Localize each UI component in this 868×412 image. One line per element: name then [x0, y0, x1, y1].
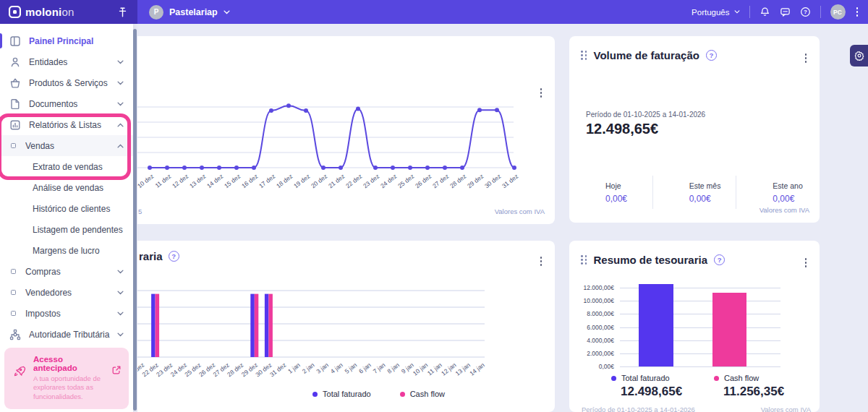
svg-text:?: ? [804, 9, 807, 15]
legend-dot-icon [312, 392, 318, 397]
stat-label: Este ano [773, 181, 820, 190]
svg-text:8 jan: 8 jan [386, 361, 401, 375]
sidebar-item-vendedores[interactable]: Vendedores [0, 282, 133, 303]
topbar-divider [820, 6, 821, 18]
svg-text:12 jan: 12 jan [440, 361, 458, 377]
help-icon[interactable]: ? [800, 7, 811, 17]
y-axis-tick-label: 2.000,00€ [569, 350, 614, 357]
basket-icon [9, 77, 22, 89]
sidebar-item-entidades[interactable]: Entidades [0, 51, 133, 72]
y-axis-tick-label: 10.000,00€ [569, 297, 614, 304]
sidebar-item-listagem-de-pendentes[interactable]: Listagem de pendentes [0, 219, 133, 240]
stat-this-month: Este mês 0,00€ [652, 176, 736, 209]
card-options-kebab-icon[interactable] [804, 52, 809, 64]
chevron-down-icon [117, 60, 124, 64]
summary-footer-clipped: Período de 01-10-2025 a 14-01-2026 Valor… [582, 405, 811, 412]
chevron-up-icon [117, 144, 124, 148]
summary-bar-cash-flow[interactable] [712, 293, 746, 366]
card-options-kebab-icon[interactable] [804, 257, 809, 269]
svg-text:11 dez: 11 dez [153, 173, 172, 189]
svg-text:22 dez: 22 dez [344, 173, 363, 190]
svg-text:12 dez: 12 dez [171, 173, 190, 190]
early-access-banner[interactable]: Acesso antecipado A tua oportunidade de … [4, 348, 129, 409]
external-link-icon[interactable] [111, 365, 122, 375]
help-circle-icon[interactable]: ? [169, 251, 179, 262]
svg-text:29 dez: 29 dez [466, 173, 485, 190]
help-circle-icon[interactable]: ? [706, 50, 717, 61]
stat-this-year: Este ano 0,00€ [736, 176, 820, 209]
total-faturado-value: 12.498,65€ [621, 385, 682, 399]
chevron-down-icon [117, 312, 124, 316]
user-avatar[interactable]: PC [830, 4, 846, 20]
svg-text:7 jan: 7 jan [372, 361, 387, 375]
sidebar-item-analise-de-vendas[interactable]: Análise de vendas [0, 177, 133, 198]
period-text: Período de 01-10-2025 a 14-01-2026 [582, 405, 695, 412]
svg-text:16 dez: 16 dez [240, 173, 259, 190]
square-bullet-icon [11, 290, 16, 295]
sidebar-item-documentos[interactable]: Documentos [0, 93, 133, 114]
svg-text:24 dez: 24 dez [379, 173, 398, 190]
billing-period: Período de 01-10-2025 a 14-01-2026 [586, 111, 705, 119]
stat-value: 0,00€ [689, 194, 736, 204]
card-options-kebab-icon[interactable] [539, 255, 544, 267]
svg-text:21 dez: 21 dez [327, 173, 346, 190]
svg-text:10 dez: 10 dez [137, 173, 155, 190]
billing-volume-card: Volume de faturação ? Período de 01-10-2… [569, 36, 820, 223]
billing-total: 12.498,65€ [586, 121, 658, 137]
notifications-bell-icon[interactable] [760, 7, 770, 17]
active-indicator [0, 33, 2, 48]
chevron-down-icon [117, 270, 124, 274]
svg-text:1 jan: 1 jan [286, 361, 302, 375]
sidebar-item-relatorios-listas[interactable]: Relatórios & Listas [0, 114, 133, 135]
y-axis-tick-label: 8.000,00€ [569, 310, 614, 317]
svg-text:10 jan: 10 jan [412, 361, 430, 377]
sidebar-item-produtos-servicos[interactable]: Produtos & Serviços [0, 72, 133, 93]
language-selector[interactable]: Português [692, 8, 739, 17]
sidebar-item-autoridade-tributaria[interactable]: Autoridade Tributária [0, 324, 133, 345]
company-switcher[interactable]: P Pastelariap [149, 5, 230, 20]
sidebar-item-vendas[interactable]: Vendas [0, 135, 133, 156]
legend-total-faturado[interactable]: Total faturado 12.498,65€ [611, 374, 682, 399]
stat-value: 0,00€ [773, 194, 820, 204]
sidebar-item-label: Margens de lucro [33, 246, 124, 256]
pin-sidebar-icon[interactable] [118, 7, 127, 17]
legend-dot-icon [611, 376, 616, 381]
topbar-divider [749, 6, 750, 18]
chat-icon[interactable] [780, 7, 791, 17]
legend-cash-flow[interactable]: Cash flow [400, 390, 445, 398]
square-bullet-icon [11, 269, 16, 274]
user-menu-kebab-icon[interactable] [855, 6, 860, 18]
sales-line-chart: 10 dez11 dez12 dez13 dez14 dez15 dez16 d… [137, 69, 555, 206]
legend-cash-flow[interactable]: Cash flow 11.256,35€ [714, 374, 784, 399]
sidebar-item-painel-principal[interactable]: Painel Principal [0, 30, 133, 51]
sidebar-item-margens-de-lucro[interactable]: Margens de lucro [0, 240, 133, 261]
svg-text:27 dez: 27 dez [431, 173, 450, 190]
square-bullet-icon [11, 143, 16, 148]
sidebar-item-compras[interactable]: Compras [0, 261, 133, 282]
promo-body: A tua oportunidade de explorares todas a… [33, 374, 107, 402]
legend-total-faturado[interactable]: Total faturado [312, 390, 371, 398]
sidebar-item-extrato-de-vendas[interactable]: Extrato de vendas [0, 156, 133, 177]
sidebar-item-label: Autoridade Tributária [29, 330, 117, 340]
svg-text:31 dez: 31 dez [501, 173, 519, 190]
sidebar-item-label: Compras [25, 267, 117, 277]
svg-text:18 dez: 18 dez [275, 173, 294, 190]
sidebar: Painel PrincipalEntidadesProdutos & Serv… [0, 24, 133, 412]
sidebar-item-label: Impostos [25, 309, 117, 319]
sidebar-item-impostos[interactable]: Impostos [0, 303, 133, 324]
summary-bar-total-faturado[interactable] [639, 284, 673, 366]
legend-dot-icon [714, 376, 719, 381]
y-axis-tick-label: 12.000,00€ [569, 284, 614, 291]
logo-text: molonion [25, 7, 74, 17]
help-circle-icon[interactable]: ? [714, 254, 725, 265]
sidebar-item-historico-de-clientes[interactable]: Histórico de clientes [0, 198, 133, 219]
drag-handle-icon[interactable] [581, 255, 587, 265]
svg-text:5 jan: 5 jan [344, 361, 359, 375]
drag-handle-icon[interactable] [581, 51, 587, 60]
dashboard-settings-tab[interactable] [850, 45, 868, 66]
card-title-partial: raria [139, 250, 163, 262]
org-icon [9, 329, 22, 340]
treasury-flow-card: raria ? 21 dez22 dez23 dez24 dez25 dez26… [137, 241, 555, 412]
chevron-down-icon [117, 332, 124, 337]
sidebar-scrollbar[interactable] [133, 29, 137, 411]
